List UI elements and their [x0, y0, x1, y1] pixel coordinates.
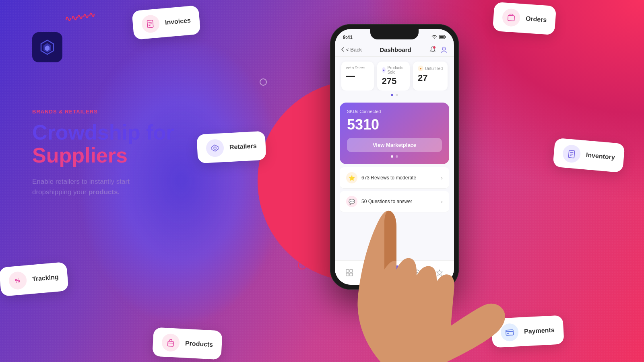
- svg-line-13: [570, 152, 573, 153]
- stat-products-label: ● Products Sold: [382, 66, 405, 74]
- skus-dot-2: [396, 155, 398, 158]
- dot-1: [391, 94, 393, 96]
- view-marketplace-button[interactable]: View Marketplace: [347, 138, 442, 152]
- nav-action-icons: [429, 46, 448, 53]
- stat-products-sold: ● Products Sold 275: [377, 62, 410, 90]
- products-sold-dot: ●: [382, 67, 386, 73]
- reviews-text: 673 Reviews to moderate: [361, 175, 416, 181]
- orders-icon: [502, 8, 520, 27]
- phone-mockup: 9:41 < Back: [330, 24, 459, 338]
- svg-rect-21: [440, 36, 444, 38]
- invoices-icon: [141, 14, 160, 34]
- svg-rect-29: [369, 272, 375, 274]
- nav-back-button[interactable]: < Back: [341, 47, 362, 53]
- svg-rect-30: [369, 274, 373, 276]
- svg-line-17: [506, 331, 513, 332]
- hero-section: BRANDS & RETAILERS Crowdship for Supplie…: [32, 109, 201, 197]
- stat-shipping-orders: pping Orders —: [341, 62, 374, 90]
- status-icons: [431, 35, 446, 40]
- svg-rect-16: [506, 330, 514, 335]
- svg-point-7: [214, 147, 216, 149]
- decorative-circle-2: [260, 78, 267, 86]
- hero-title-line2: Suppliers: [32, 144, 128, 167]
- products-icon: [161, 333, 180, 352]
- svg-line-4: [149, 22, 152, 23]
- skus-dot-1: [391, 155, 393, 158]
- reviews-list-item[interactable]: ⭐ 673 Reviews to moderate ›: [340, 167, 449, 189]
- reviews-icon: ⭐: [346, 172, 357, 183]
- svg-rect-18: [508, 333, 509, 333]
- skus-connected-card: SKUs Connected 5310 View Marketplace: [340, 103, 449, 164]
- svg-line-5: [149, 24, 152, 24]
- phone-nav-bar: < Back Dashboard: [335, 43, 454, 57]
- svg-line-10: [168, 343, 173, 343]
- inventory-icon: [562, 144, 581, 163]
- questions-list-item-left: 💬 50 Questions to answer: [346, 196, 412, 207]
- payments-label: Payments: [524, 327, 555, 335]
- tracking-label: Tracking: [32, 274, 59, 283]
- invoices-label: Invoices: [165, 17, 191, 27]
- stats-row: pping Orders — ● Products Sold 275 ●: [335, 57, 454, 90]
- svg-rect-11: [508, 15, 514, 21]
- stat-products-value: 275: [382, 76, 405, 86]
- svg-rect-26: [346, 273, 349, 276]
- profile-icon[interactable]: [440, 46, 448, 53]
- retailers-icon: [206, 139, 224, 157]
- card-orders: Orders: [492, 2, 556, 35]
- questions-list-item[interactable]: 💬 50 Questions to answer ›: [340, 191, 449, 212]
- questions-icon: 💬: [346, 196, 357, 207]
- svg-point-33: [416, 272, 418, 274]
- notification-icon[interactable]: [429, 46, 436, 53]
- decorative-circle-1: [298, 261, 307, 269]
- stat-shipping-value: —: [346, 71, 369, 81]
- svg-rect-28: [369, 270, 375, 272]
- unfulfilled-dot: ●: [418, 66, 423, 71]
- section-label: BRANDS & RETAILERS: [32, 109, 201, 115]
- products-label: Products: [185, 340, 213, 349]
- orders-label: Orders: [525, 15, 547, 24]
- payments-icon: [500, 323, 519, 341]
- svg-point-22: [433, 46, 436, 49]
- bottom-nav-list[interactable]: [365, 265, 379, 280]
- card-invoices: Invoices: [132, 5, 201, 40]
- bottom-nav-grid[interactable]: [342, 265, 357, 280]
- card-tracking: % Tracking: [0, 262, 69, 296]
- questions-chevron-icon: ›: [441, 198, 443, 205]
- bottom-nav-star[interactable]: [432, 265, 447, 280]
- skus-label: SKUs Connected: [347, 109, 442, 114]
- svg-point-23: [442, 47, 446, 50]
- phone-notch: [370, 29, 419, 39]
- svg-rect-9: [168, 341, 174, 346]
- reviews-list-item-left: ⭐ 673 Reviews to moderate: [346, 172, 416, 183]
- stats-dots-indicator: [335, 90, 454, 99]
- svg-rect-25: [350, 269, 353, 272]
- page-content: ∿∿∿∿∿ BRANDS & RETAILERS Crowdship for S…: [0, 0, 644, 362]
- svg-point-31: [393, 272, 396, 274]
- phone-frame: 9:41 < Back: [330, 24, 459, 290]
- svg-marker-38: [437, 270, 442, 276]
- hero-description: Enable retailers to instantly startdrops…: [32, 177, 201, 197]
- retailers-label: Retailers: [229, 142, 257, 151]
- stat-unfulfilled-value: 27: [418, 73, 443, 83]
- svg-rect-27: [350, 273, 353, 276]
- bottom-nav-location[interactable]: [410, 265, 424, 280]
- stat-unfulfilled: ● Unfulfilled 27: [413, 62, 448, 90]
- svg-rect-24: [346, 269, 349, 272]
- bottom-navigation: [335, 260, 454, 285]
- card-retailers: Retailers: [196, 131, 266, 164]
- card-products: Products: [152, 327, 223, 360]
- svg-text:%: %: [14, 277, 20, 284]
- inventory-label: Inventory: [586, 151, 615, 161]
- bottom-nav-settings[interactable]: [387, 265, 402, 280]
- stat-unfulfilled-label: ● Unfulfilled: [418, 66, 443, 71]
- hero-title-line1: Crowdship for: [32, 121, 174, 144]
- hero-title: Crowdship for Suppliers: [32, 121, 201, 167]
- svg-rect-20: [445, 36, 446, 38]
- battery-icon: [439, 35, 446, 40]
- logo[interactable]: [32, 32, 62, 62]
- tracking-icon: %: [8, 271, 27, 290]
- status-time: 9:41: [343, 35, 353, 40]
- svg-line-14: [570, 154, 573, 154]
- skus-value: 5310: [347, 116, 442, 133]
- skus-dots-indicator: [347, 155, 442, 158]
